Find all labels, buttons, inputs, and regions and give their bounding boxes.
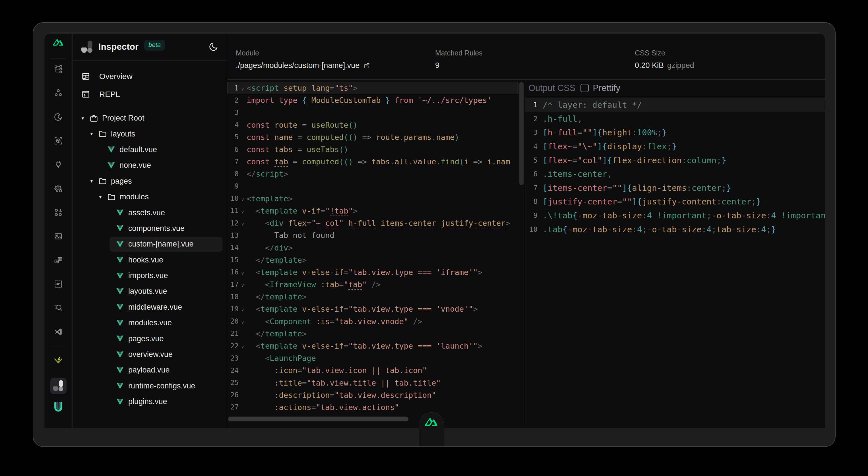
vue-file-icon bbox=[116, 224, 125, 233]
code-line-23: 23 <LaunchPage bbox=[227, 352, 519, 364]
fold-chevron-icon[interactable]: ∨ bbox=[239, 85, 247, 92]
tree-item-hooks-vue[interactable]: hooks.vue bbox=[72, 252, 227, 268]
tree-item-assets-vue[interactable]: assets.vue bbox=[72, 205, 227, 220]
fold-gutter bbox=[239, 234, 247, 236]
tree-item-overview-vue[interactable]: overview.vue bbox=[72, 347, 227, 362]
fold-chevron-icon[interactable]: ∨ bbox=[239, 281, 247, 288]
tree-item-label: layouts bbox=[111, 130, 135, 138]
sidebar-item-modules[interactable] bbox=[52, 134, 65, 148]
nav-item-overview[interactable]: Overview bbox=[72, 67, 227, 85]
code-line-6: 6.items-center, bbox=[525, 167, 825, 181]
code-line-20: 20∨ <Component :is="tab.view.vnode" /> bbox=[227, 315, 519, 327]
tree-item-custom-name-vue[interactable]: custom-[name].vue bbox=[72, 236, 227, 252]
tree-item-layouts[interactable]: ▼layouts bbox=[72, 126, 227, 141]
fold-chevron-icon[interactable]: ∨ bbox=[239, 342, 247, 349]
line-number: 11 bbox=[227, 207, 239, 215]
fold-chevron-icon[interactable]: ∨ bbox=[239, 318, 247, 325]
fold-gutter bbox=[239, 173, 247, 175]
code-line-2: 2import type { ModuleCustomTab } from '~… bbox=[227, 94, 519, 106]
sidebar-item-unocss-tab[interactable] bbox=[52, 379, 65, 393]
fold-gutter bbox=[239, 124, 247, 126]
tree-item-label: custom-[name].vue bbox=[128, 240, 194, 249]
fold-chevron-icon[interactable]: ∨ bbox=[239, 269, 247, 276]
dark-mode-toggle[interactable] bbox=[208, 42, 218, 52]
prettify-checkbox[interactable] bbox=[581, 84, 589, 92]
tree-item-runtime-configs-vue[interactable]: runtime-configs.vue bbox=[72, 378, 227, 394]
sidebar-item-assets[interactable] bbox=[52, 229, 65, 243]
tree-item-modules[interactable]: ▼modules bbox=[72, 189, 227, 205]
code-line-16: 16∨ <template v-else-if="tab.view.type =… bbox=[227, 266, 519, 278]
sidebar-item-plugins[interactable] bbox=[52, 158, 65, 171]
line-number: 9 bbox=[227, 182, 239, 190]
expand-arrow-icon[interactable]: ▼ bbox=[81, 116, 89, 121]
tree-item-label: Project Root bbox=[102, 114, 145, 123]
sidebar-item-components[interactable] bbox=[52, 86, 65, 100]
sidebar-item-pages[interactable] bbox=[52, 62, 65, 76]
sidebar-item-server-routes[interactable] bbox=[52, 253, 65, 267]
line-number: 22 bbox=[227, 342, 239, 350]
tree-item-label: middleware.vue bbox=[128, 303, 182, 312]
tree-item-plugins-vue[interactable]: plugins.vue bbox=[72, 394, 227, 409]
code-line-7: 7[items-center=""]{align-items:center;} bbox=[525, 181, 825, 195]
line-number: 18 bbox=[227, 293, 239, 301]
tree-item-modules-vue[interactable]: modules.vue bbox=[72, 315, 227, 331]
tree-item-middleware-vue[interactable]: middleware.vue bbox=[72, 299, 227, 315]
sidebar-item-runtime-configs[interactable] bbox=[52, 182, 65, 195]
modules-icon bbox=[54, 136, 63, 145]
editor-vertical-scrollbar[interactable] bbox=[519, 82, 524, 185]
open-in-editor-icon[interactable] bbox=[363, 62, 371, 69]
code-line-7: 7const tab = computed(() => tabs.all.val… bbox=[227, 156, 519, 168]
inspector-sidebar: Inspector beta OverviewREPL ▼Project Roo… bbox=[72, 34, 227, 429]
fold-gutter bbox=[239, 357, 247, 359]
tree-item-label: default.vue bbox=[119, 145, 157, 154]
matched-rules-label: Matched Rules bbox=[435, 49, 483, 57]
devtools-toggle-button[interactable] bbox=[419, 412, 444, 447]
nav-item-repl[interactable]: REPL bbox=[72, 85, 227, 103]
plugins-icon bbox=[54, 160, 63, 169]
sidebar-item-payload[interactable] bbox=[52, 205, 65, 219]
tree-item-default-vue[interactable]: default.vue bbox=[72, 142, 227, 158]
project-root-icon bbox=[89, 114, 98, 123]
fold-gutter bbox=[239, 406, 247, 408]
nuxt-icon bbox=[425, 417, 438, 427]
expand-arrow-icon[interactable]: ▼ bbox=[90, 179, 98, 183]
tree-item-pages-vue[interactable]: pages.vue bbox=[72, 331, 227, 346]
fold-chevron-icon[interactable]: ∨ bbox=[239, 306, 247, 313]
sidebar-item-nuxt-home[interactable] bbox=[52, 36, 65, 49]
sidebar-item-virtual-files[interactable] bbox=[52, 301, 65, 315]
sidebar-item-vite-tab[interactable] bbox=[52, 354, 65, 368]
line-number: 8 bbox=[227, 170, 239, 178]
fold-chevron-icon[interactable]: ∨ bbox=[239, 220, 247, 227]
tree-item-label: overview.vue bbox=[128, 350, 173, 359]
code-line-3: 3 bbox=[227, 106, 519, 119]
line-number: 23 bbox=[227, 354, 239, 362]
code-line-1: 1∨<script setup lang="ts"> bbox=[227, 82, 519, 94]
sidebar-item-vscode[interactable] bbox=[52, 325, 65, 339]
fold-gutter bbox=[239, 333, 247, 335]
editor-horizontal-scrollbar[interactable] bbox=[228, 417, 408, 421]
expand-arrow-icon[interactable]: ▼ bbox=[98, 195, 107, 199]
nuxt-home-icon bbox=[53, 38, 64, 46]
expand-arrow-icon[interactable]: ▼ bbox=[90, 132, 98, 136]
fold-gutter bbox=[239, 259, 247, 261]
fold-chevron-icon[interactable]: ∨ bbox=[239, 195, 247, 202]
screen: Inspector beta OverviewREPL ▼Project Roo… bbox=[0, 0, 868, 476]
fold-gutter bbox=[239, 99, 247, 101]
fold-gutter bbox=[239, 136, 247, 138]
tree-item-project-root[interactable]: ▼Project Root bbox=[72, 110, 227, 126]
tree-item-none-vue[interactable]: none.vue bbox=[72, 158, 227, 173]
tree-item-pages[interactable]: ▼pages bbox=[72, 173, 227, 189]
code-line-9: 9.\!tab{-moz-tab-size:4 !important;-o-ta… bbox=[525, 209, 825, 223]
sidebar-item-imports[interactable] bbox=[52, 110, 65, 124]
tree-item-imports-vue[interactable]: imports.vue bbox=[72, 268, 227, 284]
module-label: Module bbox=[236, 49, 371, 57]
fold-chevron-icon[interactable]: ∨ bbox=[239, 207, 247, 214]
sidebar-item-unplugin-tab[interactable] bbox=[52, 401, 65, 414]
sidebar-item-open-graph[interactable] bbox=[52, 277, 65, 291]
tree-item-payload-vue[interactable]: payload.vue bbox=[72, 362, 227, 378]
code-line-22: 22∨ <template v-else-if="tab.view.type =… bbox=[227, 340, 519, 352]
tree-item-components-vue[interactable]: components.vue bbox=[72, 221, 227, 236]
code-line-13: 13 Tab not found bbox=[227, 229, 519, 242]
line-number: 8 bbox=[525, 198, 537, 205]
tree-item-layouts-vue[interactable]: layouts.vue bbox=[72, 284, 227, 299]
